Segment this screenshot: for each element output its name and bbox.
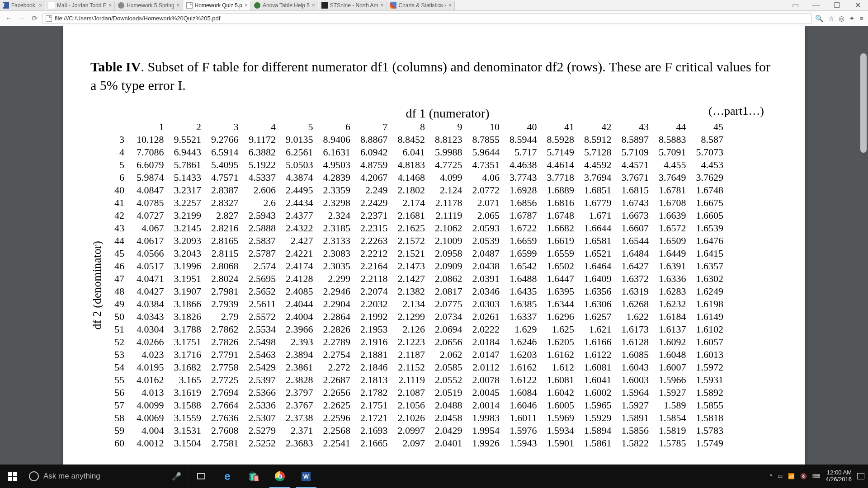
cell: 1.6605	[691, 209, 729, 222]
browser-tab[interactable]: Charts & Statistics -×	[387, 0, 455, 10]
sts-icon	[321, 2, 328, 9]
close-tab-icon[interactable]: ×	[312, 2, 315, 9]
maximize-button[interactable]: ☐	[826, 0, 847, 10]
close-tab-icon[interactable]: ×	[39, 2, 42, 9]
close-tab-icon[interactable]: ×	[245, 2, 248, 9]
cell: 2.8165	[206, 235, 244, 247]
chrome-app[interactable]	[267, 465, 293, 488]
cell: 3.7743	[505, 171, 542, 184]
row-header: 47	[109, 272, 132, 285]
col-header: 7	[355, 121, 393, 133]
cell: 4.067	[132, 222, 169, 235]
cell: 2.0552	[430, 374, 467, 386]
cell: 5.4095	[206, 159, 244, 171]
back-button[interactable]: ←	[5, 14, 14, 23]
cell: 2.0775	[430, 298, 467, 310]
cell: 2.2946	[318, 285, 356, 298]
cell: 4.0069	[132, 412, 169, 424]
cell: 1.6476	[691, 235, 729, 247]
mic-icon[interactable]: 🎤	[172, 472, 181, 481]
cell: 4.5337	[244, 171, 281, 184]
cell: 1.6722	[505, 222, 542, 235]
cell: 1.6542	[505, 260, 542, 272]
extension-icon[interactable]: ✦	[849, 14, 855, 23]
cell: 2.0734	[430, 310, 467, 323]
cell: 2.0147	[467, 348, 505, 361]
close-tab-icon[interactable]: ×	[108, 2, 112, 9]
keyboard-icon[interactable]: ⌨	[812, 473, 820, 479]
table-row: 434.0673.21452.82162.58882.43222.31852.2…	[109, 222, 728, 235]
cell: 1.6748	[691, 184, 729, 197]
tab-label: Charts & Statistics -	[399, 2, 446, 9]
row-header: 5	[109, 159, 132, 171]
cell: 3.1531	[169, 424, 207, 437]
reload-button[interactable]: ⟳	[30, 14, 39, 23]
cell: 2.0909	[430, 260, 467, 272]
cell: 1.6257	[579, 310, 617, 323]
word-app[interactable]: W	[293, 465, 319, 488]
browser-tab[interactable]: Homework 5 Spring×	[115, 0, 183, 10]
cell: 2.4085	[281, 285, 318, 298]
cell: 2.3828	[281, 374, 318, 386]
cell: 1.5965	[579, 399, 617, 412]
cell: 2.2371	[355, 209, 393, 222]
menu-icon[interactable]: ≡	[859, 14, 863, 23]
cell: 5.7149	[542, 146, 580, 159]
cell: 1.6521	[579, 247, 617, 260]
table-row: 554.01623.1652.77252.53972.38282.26872.1…	[109, 374, 728, 386]
browser-tab[interactable]: STSnine - North Am×	[319, 0, 387, 10]
account-icon[interactable]: ▭	[785, 0, 806, 10]
forward-button[interactable]: →	[17, 14, 26, 23]
cell: 2.1625	[393, 222, 430, 235]
tab-label: Anova Table Help 5	[263, 2, 310, 9]
cortana-search[interactable]: Ask me anything 🎤	[25, 465, 188, 488]
edge-app[interactable]: e	[214, 465, 241, 488]
taskbar-clock[interactable]: 12:00 AM 4/26/2016	[826, 469, 852, 483]
cell: 5.1922	[244, 159, 281, 171]
task-view-button[interactable]	[188, 465, 214, 488]
pdf-viewport[interactable]: Table IV. Subset of F table for differen…	[0, 26, 868, 465]
address-bar[interactable]: file:///C:/Users/Jordan/Downloads/Homewo…	[42, 13, 811, 24]
close-tab-icon[interactable]: ×	[381, 2, 384, 9]
battery-icon[interactable]: ▭	[778, 473, 783, 479]
start-button[interactable]	[0, 465, 25, 488]
cell: 1.6344	[542, 298, 580, 310]
browser-tab[interactable]: Homework Quiz 5.p×	[184, 0, 251, 10]
tray-expand-icon[interactable]: ^	[770, 473, 773, 479]
zoom-icon[interactable]: 🔍	[815, 14, 824, 23]
store-app[interactable]: 🛍️	[241, 465, 267, 488]
cast-icon[interactable]: ◎	[839, 14, 844, 23]
cell: 3.1588	[169, 399, 207, 412]
cell: 1.6319	[617, 285, 654, 298]
cell: 2.1119	[430, 209, 467, 222]
cell: 1.5785	[654, 437, 691, 450]
cell: 1.6013	[691, 348, 729, 361]
table-row: 504.03433.18262.792.55722.40042.28642.19…	[109, 310, 728, 323]
col-header: 3	[206, 121, 244, 133]
cell: 4.0099	[132, 399, 169, 412]
svg-rect-0	[8, 472, 12, 476]
close-tab-icon[interactable]: ×	[177, 2, 180, 9]
browser-tab[interactable]: Anova Table Help 5×	[251, 0, 318, 10]
cell: 2.1299	[393, 310, 430, 323]
table-row: 56.60795.78615.40955.19225.05034.95034.8…	[109, 159, 728, 171]
cell: 4.453	[691, 159, 729, 171]
row-axis-label: df 2 (denominator)	[90, 241, 104, 329]
cell: 2.0519	[430, 386, 467, 399]
cell: 2.0458	[430, 412, 467, 424]
action-center-icon[interactable]	[857, 473, 864, 479]
star-icon[interactable]: ☆	[828, 14, 834, 23]
minimize-button[interactable]: —	[806, 0, 826, 10]
browser-tab[interactable]: fFacebook×	[0, 0, 45, 10]
cell: 2.5572	[244, 310, 281, 323]
close-tab-icon[interactable]: ×	[448, 2, 452, 9]
browser-tab[interactable]: Mail - Jordan Todd F×	[46, 0, 115, 10]
wifi-icon[interactable]: 📶	[788, 473, 795, 479]
close-window-button[interactable]: ✕	[847, 0, 868, 10]
row-header: 4	[109, 146, 132, 159]
volume-icon[interactable]: 🔇	[800, 473, 807, 479]
cell: 1.6372	[617, 272, 654, 285]
cell: 1.6673	[617, 209, 654, 222]
scrollbar-thumb[interactable]	[860, 53, 867, 153]
cell: 1.6889	[542, 184, 580, 197]
